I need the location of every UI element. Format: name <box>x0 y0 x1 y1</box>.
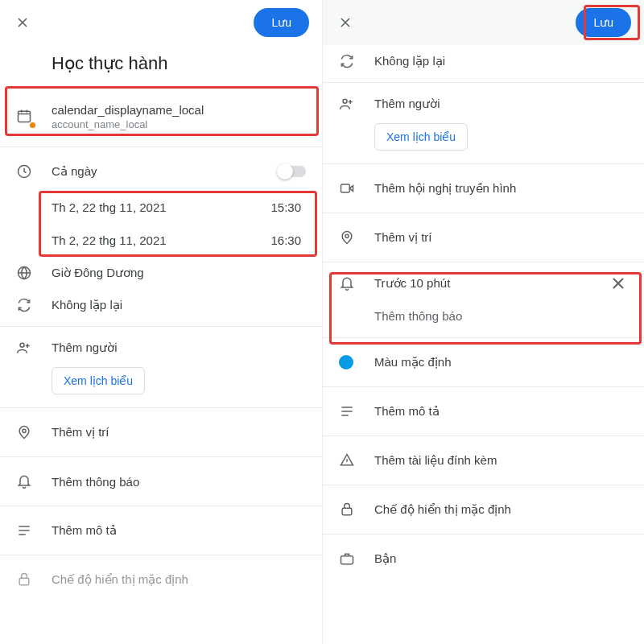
remove-reminder-icon[interactable] <box>609 274 628 293</box>
add-people-label: Thêm người <box>374 97 440 111</box>
all-day-label: Cả ngày <box>52 164 97 179</box>
bell-icon <box>339 275 374 291</box>
end-date[interactable]: Th 2, 22 thg 11, 2021 <box>52 233 270 247</box>
repeat-row[interactable]: Không lặp lại <box>323 45 644 77</box>
add-description-label: Thêm mô tả <box>52 523 117 538</box>
add-people-row[interactable]: Thêm người <box>323 88 644 120</box>
start-time[interactable]: 15:30 <box>270 200 306 214</box>
color-row[interactable]: Màu mặc định <box>323 343 644 382</box>
add-notification-label: Thêm thông báo <box>52 475 139 489</box>
add-description-row[interactable]: Thêm mô tả <box>0 511 322 550</box>
color-dot-icon <box>339 355 374 369</box>
start-date[interactable]: Th 2, 22 thg 11, 2021 <box>52 200 270 214</box>
availability-row[interactable]: Bận <box>323 539 644 578</box>
people-icon <box>16 340 52 356</box>
availability-label: Bận <box>374 551 396 566</box>
add-location-label: Thêm vị trí <box>374 230 432 245</box>
svg-rect-9 <box>342 508 352 514</box>
start-datetime[interactable]: Th 2, 22 thg 11, 2021 15:30 <box>0 191 322 224</box>
account-name: account_name_local <box>52 118 306 130</box>
visibility-row[interactable]: Chế độ hiển thị mặc định <box>0 560 322 599</box>
event-title[interactable]: Học thực hành <box>0 45 322 92</box>
repeat-label: Không lặp lại <box>52 298 122 312</box>
end-datetime[interactable]: Th 2, 22 thg 11, 2021 16:30 <box>0 224 322 257</box>
view-schedules-button[interactable]: Xem lịch biểu <box>374 123 468 151</box>
visibility-label: Chế độ hiển thị mặc định <box>374 502 511 517</box>
add-people-row[interactable]: Thêm người <box>0 332 322 364</box>
right-pane: Lưu Không lặp lại Thêm người Xem lịch bi… <box>322 0 644 644</box>
color-label: Màu mặc định <box>374 355 452 369</box>
description-icon <box>16 522 52 539</box>
add-location-row[interactable]: Thêm vị trí <box>0 413 322 452</box>
bell-icon <box>16 473 52 489</box>
timezone-label: Giờ Đông Dương <box>52 266 144 280</box>
repeat-icon <box>16 297 52 313</box>
add-video-row[interactable]: Thêm hội nghị truyền hình <box>323 169 644 208</box>
add-people-label: Thêm người <box>52 341 118 355</box>
repeat-icon <box>339 53 374 69</box>
people-icon <box>339 96 374 112</box>
view-schedules-button[interactable]: Xem lịch biểu <box>52 367 145 394</box>
svg-point-8 <box>345 234 349 237</box>
svg-point-6 <box>343 99 347 103</box>
save-button[interactable]: Lưu <box>254 8 309 37</box>
description-icon <box>339 403 374 419</box>
video-icon <box>339 180 374 196</box>
repeat-row[interactable]: Không lặp lại <box>0 289 322 321</box>
location-icon <box>16 424 52 440</box>
end-time[interactable]: 16:30 <box>270 233 306 247</box>
visibility-row[interactable]: Chế độ hiển thị mặc định <box>323 490 644 529</box>
add-location-row[interactable]: Thêm vị trí <box>323 218 644 257</box>
add-attachment-row[interactable]: Thêm tài liệu đính kèm <box>323 441 644 480</box>
lock-icon <box>339 502 374 518</box>
reminder-label: Trước 10 phút <box>374 276 450 291</box>
svg-rect-0 <box>19 111 31 122</box>
reminder-row[interactable]: Trước 10 phút <box>323 267 644 299</box>
save-button[interactable]: Lưu <box>576 8 631 37</box>
location-icon <box>339 229 374 246</box>
svg-point-3 <box>20 343 24 347</box>
close-icon[interactable] <box>336 13 355 32</box>
svg-point-4 <box>23 429 26 432</box>
add-description-label: Thêm mô tả <box>374 404 440 419</box>
svg-rect-7 <box>341 184 350 192</box>
all-day-row[interactable]: Cả ngày <box>0 152 322 191</box>
calendar-name: calendar_displayname_local <box>52 103 306 117</box>
svg-rect-10 <box>341 556 353 564</box>
add-video-label: Thêm hội nghị truyền hình <box>374 181 516 196</box>
left-pane: Lưu Học thực hành calendar_displayname_l… <box>0 0 322 644</box>
add-location-label: Thêm vị trí <box>52 425 109 440</box>
globe-icon <box>16 265 52 281</box>
add-description-row[interactable]: Thêm mô tả <box>323 392 644 431</box>
header: Lưu <box>0 0 322 45</box>
close-icon[interactable] <box>13 13 32 32</box>
add-notification-row[interactable]: Thêm thông báo <box>0 462 322 501</box>
calendar-icon <box>16 108 32 126</box>
add-attachment-label: Thêm tài liệu đính kèm <box>374 453 497 468</box>
attachment-icon <box>339 452 374 469</box>
clock-icon <box>16 163 52 180</box>
all-day-toggle[interactable] <box>279 166 306 177</box>
briefcase-icon <box>339 551 374 567</box>
visibility-label: Chế độ hiển thị mặc định <box>52 572 188 587</box>
svg-rect-5 <box>19 578 29 584</box>
visibility-icon <box>16 572 52 588</box>
add-notification-row[interactable]: Thêm thông báo <box>323 299 644 332</box>
calendar-picker[interactable]: calendar_displayname_local account_name_… <box>0 92 322 142</box>
repeat-label: Không lặp lại <box>374 54 445 68</box>
timezone-row[interactable]: Giờ Đông Dương <box>0 257 322 289</box>
header: Lưu <box>323 0 644 45</box>
